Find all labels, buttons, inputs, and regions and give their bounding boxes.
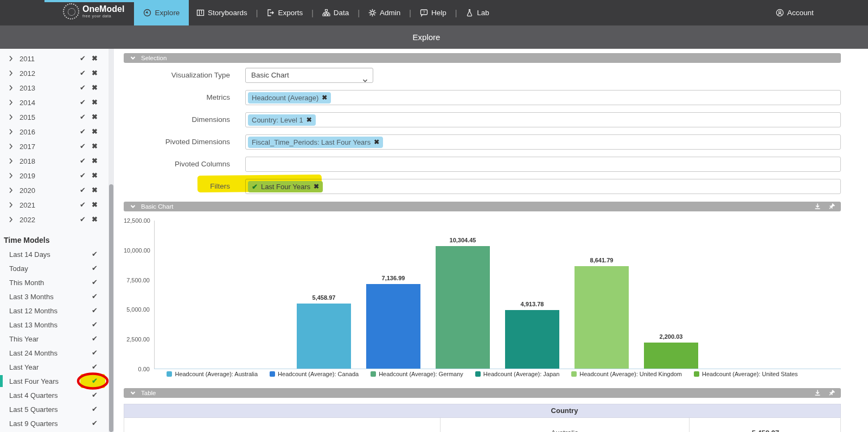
legend-item-japan[interactable]: Headcount (Average): Japan [475,371,559,377]
sidebar-year-2021[interactable]: 2021✔✖ [0,198,108,212]
bar-japan[interactable] [505,310,559,369]
filters-tag[interactable]: ✔ Last Four Years ✖ [248,181,323,192]
sidebar-year-2018[interactable]: 2018✔✖ [0,154,108,169]
bar-germany[interactable] [436,246,490,369]
chevron-right-icon[interactable] [9,99,14,107]
sidebar-time-model-last-3-months[interactable]: Last 3 Months✔ [0,289,108,304]
check-icon[interactable]: ✔ [80,171,86,179]
selection-panel-header[interactable]: Selection [124,53,841,63]
chevron-right-icon[interactable] [9,128,14,137]
sidebar-time-model-last-24-months[interactable]: Last 24 Months✔ [0,346,108,360]
pivoted-dimensions-tag[interactable]: Fiscal_Time_Periods: Last Four Years ✖ [248,137,383,148]
pivoted-dimensions-field[interactable]: Fiscal_Time_Periods: Last Four Years ✖ [245,134,841,150]
dimensions-tag[interactable]: Country: Level 1 ✖ [248,114,316,126]
sidebar-time-model-last-14-days[interactable]: Last 14 Days✔ [0,247,108,261]
metrics-tag[interactable]: Headcount (Average) ✖ [248,92,331,104]
download-icon[interactable] [814,203,821,210]
filters-field[interactable]: ✔ Last Four Years ✖ [245,179,841,194]
chevron-right-icon[interactable] [9,70,14,78]
bar-united-states[interactable] [644,343,698,369]
check-icon[interactable]: ✔ [80,69,86,77]
nav-tab-explore[interactable]: Explore [134,0,189,25]
x-icon[interactable]: ✖ [92,157,98,165]
x-icon[interactable]: ✖ [92,171,98,179]
sidebar-scrollbar-thumb[interactable] [109,184,113,432]
sidebar-year-2019[interactable]: 2019✔✖ [0,169,108,183]
nav-item-admin[interactable]: Admin [368,9,400,17]
chevron-down-icon[interactable] [130,56,136,60]
chevron-right-icon[interactable] [9,187,14,195]
check-icon[interactable]: ✔ [80,186,86,194]
nav-item-storyboards[interactable]: Storyboards [196,9,247,17]
check-icon[interactable]: ✔ [92,278,98,286]
check-icon[interactable]: ✔ [80,215,86,223]
sidebar-year-2013[interactable]: 2013✔✖ [0,81,108,95]
x-icon[interactable]: ✖ [92,142,98,150]
sidebar-time-model-last-four-years[interactable]: Last Four Years✔ [0,374,108,388]
chevron-right-icon[interactable] [9,216,14,224]
sidebar-time-model-last-5-quarters[interactable]: Last 5 Quarters✔ [0,402,108,416]
chevron-right-icon[interactable] [9,114,14,122]
chevron-right-icon[interactable] [9,143,14,151]
x-icon[interactable]: ✖ [92,54,98,62]
legend-item-united-kingdom[interactable]: Headcount (Average): United Kingdom [571,371,682,377]
bar-australia[interactable] [297,304,351,369]
sidebar-time-model-last-13-months[interactable]: Last 13 Months✔ [0,318,108,332]
sidebar-time-model-last-12-months[interactable]: Last 12 Months✔ [0,304,108,318]
x-icon[interactable]: ✖ [92,69,98,77]
sidebar-time-model-today[interactable]: Today✔ [0,261,108,275]
x-icon[interactable]: ✖ [92,83,98,92]
x-icon[interactable]: ✖ [92,127,98,136]
check-icon[interactable]: ✔ [80,157,86,165]
nav-item-help[interactable]: ?Help [420,9,446,17]
check-icon[interactable]: ✔ [80,83,86,92]
check-icon[interactable]: ✔ [92,320,98,328]
onemodel-logo[interactable]: OneModel free your data [63,3,124,20]
check-icon[interactable]: ✔ [92,292,98,300]
check-icon[interactable]: ✔ [80,142,86,150]
x-icon[interactable]: ✖ [92,113,98,121]
sidebar-year-2015[interactable]: 2015✔✖ [0,110,108,125]
sidebar-time-model-this-year[interactable]: This Year✔ [0,332,108,346]
remove-tag-icon[interactable]: ✖ [314,183,319,190]
x-icon[interactable]: ✖ [92,215,98,223]
check-icon[interactable]: ✔ [92,377,98,385]
x-icon[interactable]: ✖ [92,201,98,209]
download-icon[interactable] [814,389,821,397]
check-icon[interactable]: ✔ [92,419,98,427]
legend-item-australia[interactable]: Headcount (Average): Australia [167,371,258,377]
check-icon[interactable]: ✔ [80,54,86,62]
legend-item-united-states[interactable]: Headcount (Average): United States [694,371,798,377]
sidebar-year-2017[interactable]: 2017✔✖ [0,139,108,154]
metrics-field[interactable]: Headcount (Average) ✖ [245,90,841,105]
check-icon[interactable]: ✔ [80,127,86,136]
sidebar-time-model-last-4-quarters[interactable]: Last 4 Quarters✔ [0,388,108,402]
chevron-down-icon[interactable] [130,204,136,209]
chevron-right-icon[interactable] [9,85,14,93]
remove-tag-icon[interactable]: ✖ [374,138,379,146]
visualization-type-select[interactable]: Basic Chart [245,68,373,83]
check-icon[interactable]: ✔ [92,250,98,258]
bar-united-kingdom[interactable] [575,266,629,369]
check-icon[interactable]: ✔ [92,349,98,357]
check-icon[interactable]: ✔ [92,306,98,314]
chevron-down-icon[interactable] [130,391,136,395]
sidebar-year-2016[interactable]: 2016✔✖ [0,125,108,139]
nav-account[interactable]: Account [776,0,814,25]
nav-item-data[interactable]: Data [322,9,349,17]
sidebar-time-model-last-year[interactable]: Last Year✔ [0,360,108,374]
sidebar-year-2020[interactable]: 2020✔✖ [0,183,108,198]
table-panel-header[interactable]: Table [124,388,841,398]
chevron-right-icon[interactable] [9,55,14,63]
check-icon[interactable]: ✔ [80,113,86,121]
sidebar-year-2011[interactable]: 2011✔✖ [0,51,108,66]
sidebar-year-2022[interactable]: 2022✔✖ [0,212,108,227]
check-icon[interactable]: ✔ [92,334,98,343]
check-icon[interactable]: ✔ [80,98,86,106]
sidebar-year-2012[interactable]: 2012✔✖ [0,66,108,81]
sidebar-time-model-last-9-quarters[interactable]: Last 9 Quarters✔ [0,416,108,430]
sidebar-time-model-this-month[interactable]: This Month✔ [0,275,108,289]
chevron-right-icon[interactable] [9,158,14,166]
check-icon[interactable]: ✔ [92,391,98,399]
nav-item-exports[interactable]: Exports [266,9,303,17]
